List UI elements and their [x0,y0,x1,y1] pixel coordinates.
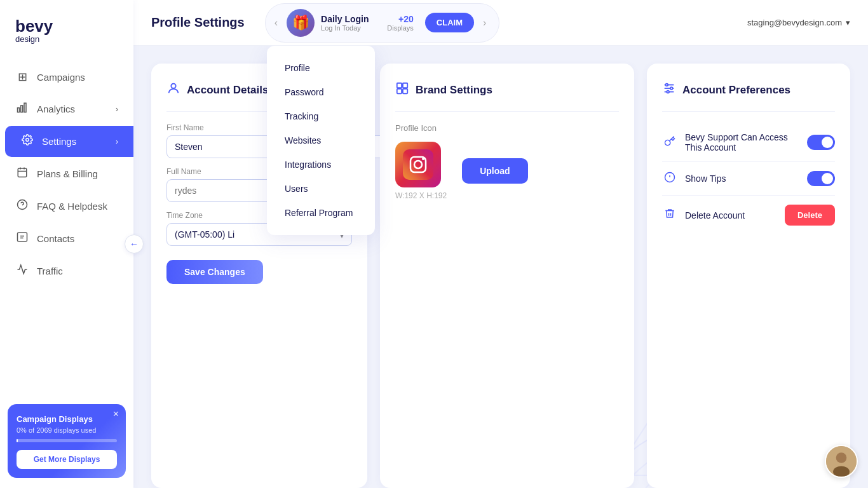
daily-login-sub: Log In Today [321,24,381,32]
daily-login-icon: 🎁 [287,9,315,37]
dropdown-item-users[interactable]: Users [267,177,375,201]
content-area: Profile Password Tracking Websites Integ… [133,46,868,488]
daily-login-card: ‹ 🎁 Daily Login Log In Today +20 Display… [265,3,500,43]
traffic-icon [15,264,29,278]
campaign-displays-progress-bar [17,439,18,442]
sidebar-item-settings[interactable]: Settings › [5,126,133,157]
account-details-icon [166,81,180,98]
support-access-label: Bevy Support Can Access This Account [685,132,799,152]
tips-icon [662,172,677,186]
campaign-displays-sub: 0% of 2069 displays used [17,426,117,434]
dropdown-item-password[interactable]: Password [267,80,375,104]
analytics-icon [15,102,29,116]
brand-settings-header: Brand Settings [395,81,619,98]
plans-icon [15,166,29,181]
campaign-displays-close-icon[interactable]: ✕ [112,409,119,419]
account-preferences-card: Account Preferences Bevy Support Can Acc… [647,64,850,488]
support-access-toggle[interactable] [807,135,835,150]
sidebar-item-label: Analytics [37,104,75,114]
settings-icon [20,134,34,149]
logo-main: bevy [15,18,53,34]
delete-account-button[interactable]: Delete [785,205,835,226]
main-content: Profile Settings ‹ 🎁 Daily Login Log In … [133,0,868,488]
campaign-displays-card: ✕ Campaign Displays 0% of 2069 displays … [8,404,126,478]
brand-settings-title: Brand Settings [416,84,492,97]
profile-icon-label: Profile Icon [395,123,619,133]
daily-login-label: Daily Login [321,14,381,24]
svg-rect-13 [403,83,407,88]
svg-point-32 [833,466,850,477]
claim-button[interactable]: CLAIM [425,13,474,32]
sidebar-bottom: ✕ Campaign Displays 0% of 2069 displays … [0,394,133,488]
sidebar-collapse-button[interactable]: ← [125,234,144,254]
sidebar-item-analytics[interactable]: Analytics › [0,93,133,125]
show-tips-label: Show Tips [685,173,799,184]
dropdown-item-referral[interactable]: Referral Program [267,201,375,225]
tips-toggle-track [807,171,835,186]
sidebar-item-contacts[interactable]: Contacts [0,223,133,254]
dropdown-item-integrations[interactable]: Integrations [267,152,375,177]
page-title: Profile Settings [151,15,245,30]
collapse-arrow-icon: ← [130,239,139,249]
daily-login-prev-icon[interactable]: ‹ [272,17,280,29]
contacts-icon [15,231,29,246]
logo-sub: design [15,34,53,44]
account-preferences-header: Account Preferences [662,81,835,98]
support-icon [662,135,677,150]
sidebar-nav: ⊞ Campaigns Analytics › Settings › Plans… [0,62,133,394]
support-access-row: Bevy Support Can Access This Account [662,123,835,162]
svg-rect-1 [21,105,23,112]
get-more-displays-button[interactable]: Get More Displays [17,450,117,469]
logo: bevy design [0,0,133,62]
show-tips-row: Show Tips [662,162,835,196]
support-toggle-track [807,135,835,150]
save-changes-button[interactable]: Save Changes [166,260,263,284]
delete-account-row: Delete Account Delete [662,196,835,234]
dropdown-item-tracking[interactable]: Tracking [267,104,375,128]
delete-account-label: Delete Account [685,210,777,220]
account-details-title: Account Details [187,84,268,97]
svg-rect-0 [18,108,20,112]
daily-login-plus: +20 [387,14,414,24]
sidebar-item-faq[interactable]: FAQ & Helpdesk [0,191,133,222]
instagram-icon-container: W:192 X H:192 [395,142,447,200]
show-tips-toggle[interactable] [807,171,835,186]
svg-rect-2 [24,103,26,112]
icon-size-label: W:192 X H:192 [395,191,447,200]
dropdown-item-profile[interactable]: Profile [267,56,375,80]
sidebar-item-campaigns[interactable]: ⊞ Campaigns [0,62,133,92]
sidebar-item-traffic[interactable]: Traffic [0,255,133,287]
campaigns-icon: ⊞ [15,70,29,84]
settings-chevron-icon: › [116,137,118,146]
campaign-displays-title: Campaign Displays [17,414,117,424]
sidebar-item-label: Traffic [37,266,63,276]
svg-rect-10 [18,233,27,241]
dropdown-item-websites[interactable]: Websites [267,128,375,152]
avatar[interactable] [825,445,858,478]
instagram-icon [395,142,441,187]
analytics-chevron-icon: › [116,105,118,114]
faq-icon [15,199,29,214]
sidebar-item-label: Settings [42,136,76,147]
user-email: staging@bevydesign.com [747,18,842,27]
svg-rect-15 [403,89,407,93]
profile-icon-row: W:192 X H:192 Upload [395,142,619,200]
daily-login-displays-label: Displays [387,24,414,32]
sidebar: bevy design ⊞ Campaigns Analytics › Sett… [0,0,133,488]
svg-point-24 [670,87,673,90]
upload-button[interactable]: Upload [462,158,527,184]
header-user[interactable]: staging@bevydesign.com ▾ [747,18,850,27]
sidebar-item-label: Campaigns [37,72,85,83]
support-toggle-thumb [822,137,833,148]
account-preferences-title: Account Preferences [682,84,790,97]
sidebar-item-label: Contacts [37,233,74,244]
svg-rect-4 [18,168,27,177]
settings-dropdown-menu: Profile Password Tracking Websites Integ… [267,46,375,235]
sidebar-item-plans[interactable]: Plans & Billing [0,158,133,189]
preferences-icon [662,81,676,98]
svg-rect-16 [403,149,433,180]
brand-settings-icon [395,81,409,98]
daily-login-next-icon[interactable]: › [480,17,489,29]
svg-rect-14 [397,89,402,93]
svg-rect-12 [397,83,402,88]
